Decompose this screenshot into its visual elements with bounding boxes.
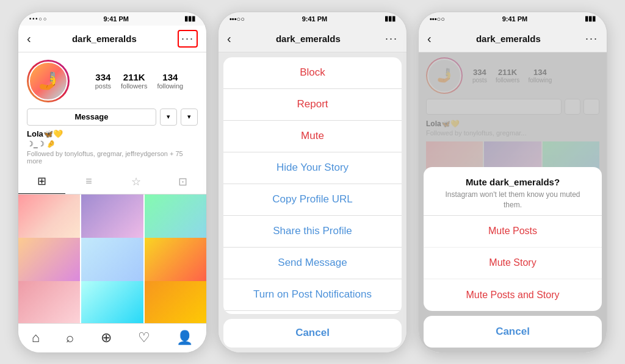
profile-bio: ☽_☽ 🤌 [27,140,198,148]
block-action[interactable]: Block [223,57,402,89]
bottom-nav-1: ⌂ ⌕ ⊕ ♡ 👤 [18,323,206,352]
mute-dialog: Mute dark_emeralds? Instagram won't let … [424,167,602,310]
time-display-2: 9:41 PM [302,15,328,23]
avatar: 🤳 [29,62,68,101]
tab-list[interactable]: ≡ [65,170,112,194]
grid-photo-8[interactable] [81,281,143,323]
photo-grid-1 [18,194,206,323]
signal-icon: •••○○ [29,16,48,22]
status-bar-3: •••○○ 9:41 PM ▮▮▮ [419,12,607,26]
followers-label: followers [121,82,147,90]
mute-dialog-header: Mute dark_emeralds? Instagram won't let … [424,167,602,215]
avatar-ring: 🤳 [27,60,70,102]
nav-bar-2: ‹ dark_emeralds ··· [219,26,406,52]
profile-stats: 334 posts 211K followers 134 following [81,72,198,90]
options-menu-button-2[interactable]: ··· [385,32,398,45]
following-stat[interactable]: 134 following [157,72,183,90]
tab-saved[interactable]: ⊡ [159,170,206,194]
report-action[interactable]: Report [223,89,402,121]
signal-icon-2: •••○○ [229,15,245,23]
cancel-button-2[interactable]: Cancel [223,319,402,348]
followers-count: 211K [123,72,145,82]
mute-dialog-subtitle: Instagram won't let them know you muted … [436,190,590,210]
following-label: following [157,82,183,90]
home-nav-icon[interactable]: ⌂ [32,330,40,346]
posts-count: 334 [95,72,110,82]
mute-cancel-wrapper: Cancel [424,316,602,348]
profile-username-2: dark_emeralds [276,34,341,44]
send-message-action[interactable]: Send Message [223,248,402,279]
search-nav-icon[interactable]: ⌕ [66,330,74,346]
posts-stat: 334 posts [95,72,111,90]
tab-tagged[interactable]: ☆ [112,170,159,194]
mute-dialog-wrapper: Mute dark_emeralds? Instagram won't let … [419,52,607,352]
time-display-3: 9:41 PM [502,15,528,23]
phone-1: •••○○ 9:41 PM ▮▮▮ ‹ dark_emeralds ··· 🤳 … [18,12,207,353]
followers-stat[interactable]: 211K followers [121,72,147,90]
battery-icon-2: ▮▮▮ [385,15,396,23]
profile-nav-icon[interactable]: 👤 [176,330,193,346]
follow-dropdown-button[interactable]: ▾ [160,109,177,126]
profile-tabs: ⊞ ≡ ☆ ⊡ [18,170,206,194]
grid-photo-7[interactable] [18,281,80,323]
likes-nav-icon[interactable]: ♡ [138,330,150,346]
signal-icon-3: •••○○ [430,15,445,23]
profile-display-name: Lola🦋💛 [27,129,198,138]
mute-action[interactable]: Mute [223,121,402,152]
copy-url-action[interactable]: Copy Profile URL [223,184,402,216]
post-notifications-action[interactable]: Turn on Post Notifications [223,279,402,311]
time-display: 9:41 PM [103,15,129,23]
hide-story-action[interactable]: Hide Your Story [223,152,402,184]
mute-cancel-button[interactable]: Cancel [424,316,602,348]
grid-photo-9[interactable] [145,281,206,323]
mute-posts-action[interactable]: Mute Posts [424,216,602,248]
status-bar-1: •••○○ 9:41 PM ▮▮▮ [18,12,206,26]
mute-story-action[interactable]: Mute Story [424,248,602,279]
nav-bar-3: ‹ dark_emeralds ··· [419,26,607,52]
back-button-3[interactable]: ‹ [427,32,432,46]
back-button[interactable]: ‹ [27,32,31,46]
new-post-nav-icon[interactable]: ⊕ [101,330,112,346]
more-dropdown-button[interactable]: ▾ [181,109,198,126]
following-count: 134 [162,72,178,82]
followed-by-text: Followed by tonyloftus, gregmar, jeffrey… [27,150,198,165]
posts-label: posts [95,82,111,90]
options-menu-button-3[interactable]: ··· [585,32,598,45]
share-profile-action[interactable]: Share this Profile [223,216,402,248]
options-menu-button[interactable]: ··· [178,30,198,48]
nav-bar-1: ‹ dark_emeralds ··· [18,26,206,52]
battery-icon: ▮▮▮ [184,15,195,23]
tab-grid[interactable]: ⊞ [18,170,65,194]
story-notifications-action[interactable]: Turn on Story Notifications [223,311,402,314]
back-button-2[interactable]: ‹ [227,32,231,46]
mute-dialog-title: Mute dark_emeralds? [436,177,590,187]
profile-username-1: dark_emeralds [72,34,137,44]
action-sheet-overlay: Block Report Mute Hide Your Story Copy P… [219,52,406,352]
phone-3: •••○○ 9:41 PM ▮▮▮ ‹ dark_emeralds ··· 🤳 … [418,12,607,353]
profile-section-1: 🤳 334 posts 211K followers 134 following… [18,52,206,170]
mute-posts-and-story-action[interactable]: Mute Posts and Story [424,279,602,311]
phone-2: •••○○ 9:41 PM ▮▮▮ ‹ dark_emeralds ··· 🤳 … [218,12,407,353]
profile-username-3: dark_emeralds [476,34,541,44]
action-sheet: Block Report Mute Hide Your Story Copy P… [223,57,402,314]
battery-icon-3: ▮▮▮ [585,15,596,23]
status-bar-2: •••○○ 9:41 PM ▮▮▮ [219,12,406,26]
message-button[interactable]: Message [27,109,156,126]
